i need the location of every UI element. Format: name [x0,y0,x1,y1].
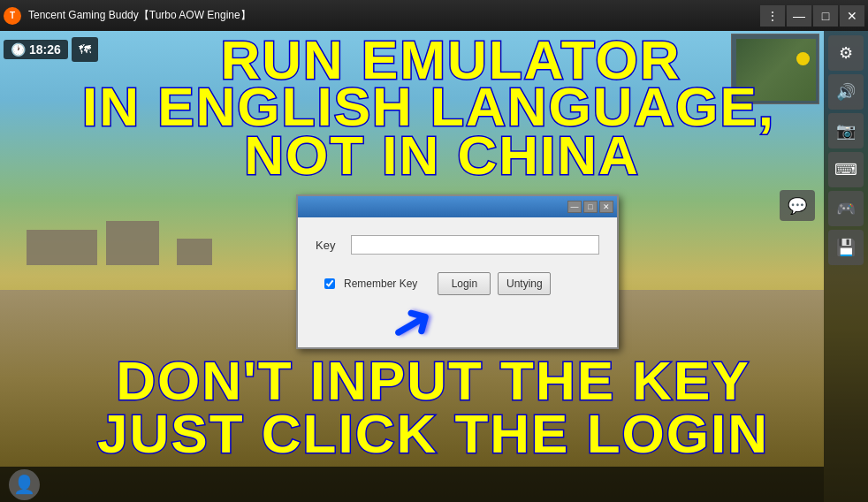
dialog-titlebar: — □ ✕ [298,196,617,217]
remember-key-checkbox[interactable] [324,278,335,289]
untying-button[interactable]: Untying [498,272,551,295]
key-input[interactable] [351,235,599,255]
dialog-close-btn[interactable]: ✕ [599,201,613,213]
taskbar-maximize-btn[interactable]: □ [813,5,838,27]
minimap [731,34,819,104]
hud-topleft: 🕐 18:26 🗺 [0,34,102,65]
map-toggle-btn[interactable]: 🗺 [72,37,98,62]
sidebar-camera-icon[interactable]: 📷 [828,113,864,148]
key-login-dialog: — □ ✕ Key Remember Key Login Untying [296,194,619,349]
dialog-body: Key Remember Key Login Untying [298,217,617,308]
player-avatar: 👤 [9,469,40,500]
sidebar-keyboard-icon[interactable]: ⌨ [828,152,864,187]
taskbar: T Tencent Gaming Buddy【Turbo AOW Engine】… [0,0,868,31]
taskbar-close-btn[interactable]: ✕ [840,5,864,27]
dialog-title-controls: — □ ✕ [567,201,613,213]
remember-key-label: Remember Key [344,278,417,290]
login-button[interactable]: Login [438,272,491,295]
structure [106,221,159,265]
taskbar-title: Tencent Gaming Buddy【Turbo AOW Engine】 [25,8,760,23]
clock-icon: 🕐 [11,42,26,57]
sidebar-settings-icon[interactable]: ⚙ [828,35,864,71]
right-sidebar: ⚙ 🔊 📷 ⌨ 🎮 💾 [824,31,868,502]
sidebar-save-icon[interactable]: 💾 [828,230,864,265]
dialog-maximize-btn[interactable]: □ [583,201,598,213]
sidebar-gamepad-icon[interactable]: 🎮 [828,191,864,226]
time-value: 18:26 [29,42,61,57]
hud-time: 🕐 18:26 [4,40,68,59]
bottom-bar: 👤 [0,467,824,502]
chat-icon[interactable]: 💬 [780,190,815,221]
taskbar-logo: T [4,7,21,25]
structure [27,230,97,265]
key-row: Key [316,235,599,255]
structure [177,239,212,265]
key-label: Key [316,239,342,252]
dialog-minimize-btn[interactable]: — [567,201,582,213]
button-row: Remember Key Login Untying [316,272,599,295]
taskbar-extra-btn[interactable]: ⋮ [760,5,785,27]
taskbar-minimize-btn[interactable]: — [787,5,811,27]
taskbar-controls: ⋮ — □ ✕ [760,5,868,27]
sidebar-sound-icon[interactable]: 🔊 [828,74,864,110]
